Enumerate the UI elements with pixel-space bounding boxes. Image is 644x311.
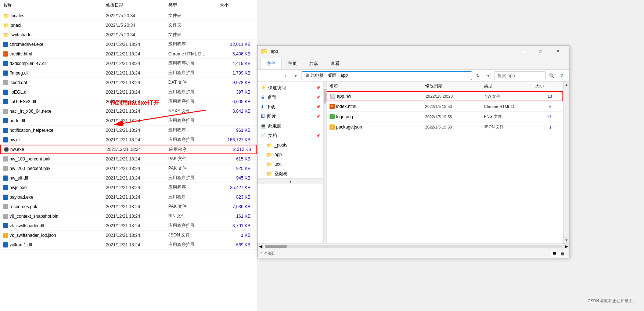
refresh-button[interactable]: ↻ xyxy=(474,71,482,80)
table-row[interactable]: H credits.html 2021/12/21 18:24 Chrome H… xyxy=(0,49,257,59)
file-name-text: icudtl.dat xyxy=(10,80,27,85)
file-name-cell: libGLESv2.dll xyxy=(0,99,103,104)
nav-item-桌面[interactable]: 🖥桌面📌 xyxy=(258,93,323,102)
close-button[interactable]: ✕ xyxy=(549,46,566,57)
nav-item-图片[interactable]: 🖼图片📌 xyxy=(258,112,323,121)
table-row[interactable]: d3dcompiler_47.dll 2021/12/21 18:24 应用程序… xyxy=(0,59,257,68)
nav-panel: ⚡快速访问📌🖥桌面📌⬇下载📌🖼图片📌💻此电脑📄文档📌📁_posts📁app📁te… xyxy=(258,82,324,243)
file-name-text: credits.html xyxy=(10,51,32,57)
nav-item-此电脑[interactable]: 💻此电脑 xyxy=(258,121,323,131)
expand-address-button[interactable]: ▾ xyxy=(484,71,493,80)
file-size-cell: 161 KB xyxy=(217,214,253,219)
up-button[interactable]: ↑ xyxy=(281,71,290,80)
address-path[interactable]: 🖥 此电脑 › 桌面 › app xyxy=(302,71,472,80)
file-type-cell: 应用程序 xyxy=(165,127,217,133)
h-scroll-track xyxy=(265,245,562,248)
file-size-cell: 615 KB xyxy=(217,156,253,162)
search-input[interactable] xyxy=(494,71,546,80)
col-name-header: 名称 xyxy=(0,1,103,9)
table-row[interactable]: app.nw 2022/1/5 20:28 NW 文件 13 xyxy=(327,91,563,101)
ribbon-tab[interactable]: 查看 xyxy=(324,58,346,69)
file-type-cell: 应用程序 xyxy=(165,184,217,191)
table-row[interactable]: node.dll 2021/12/21 18:24 应用程序扩展 xyxy=(0,116,257,126)
minimize-button[interactable]: — xyxy=(515,46,532,57)
table-row[interactable]: chromedriver.exe 2021/12/21 18:24 应用程序 1… xyxy=(0,40,257,49)
r-file-name-cell: app.nw xyxy=(327,94,423,99)
file-name-text: ffmpeg.dll xyxy=(10,70,29,76)
table-row[interactable]: {} vk_swiftshader_icd.json 2021/12/21 18… xyxy=(0,231,257,240)
right-scrollbar[interactable]: ▲ ▼ xyxy=(563,82,569,243)
nav-item-label: 下载 xyxy=(266,104,275,110)
file-date-cell: 2022/1/5 20:34 xyxy=(103,13,165,18)
table-row[interactable]: v8_context_snapshot.bin 2021/12/21 18:24… xyxy=(0,211,257,221)
scroll-right-arrow[interactable]: ▶ xyxy=(563,243,569,249)
search-button[interactable]: 🔍 xyxy=(547,71,556,80)
content-area: ⚡快速访问📌🖥桌面📌⬇下载📌🖼图片📌💻此电脑📄文档📌📁_posts📁app📁te… xyxy=(258,82,569,243)
table-row[interactable]: vk_swiftshader.dll 2021/12/21 18:24 应用程序… xyxy=(0,221,257,231)
nav-item-_posts[interactable]: 📁_posts xyxy=(258,140,323,150)
nav-item-文档[interactable]: 📄文档📌 xyxy=(258,131,323,140)
file-name-cell: resources.pak xyxy=(0,204,103,209)
table-row[interactable]: nw_100_percent.pak 2021/12/21 18:24 PAK … xyxy=(0,154,257,164)
nav-item-下载[interactable]: ⬇下载📌 xyxy=(258,102,323,112)
watermark: CSDN @昵称正在加载中。 xyxy=(588,298,637,304)
detail-view-button[interactable]: ▦ xyxy=(559,250,566,257)
file-name-text: d3dcompiler_47.dll xyxy=(10,61,47,66)
scroll-left-arrow[interactable]: ◀ xyxy=(258,243,263,249)
maximize-button[interactable]: □ xyxy=(532,46,549,57)
table-row[interactable]: nwjc.exe 2021/12/21 18:24 应用程序 25,427 KB xyxy=(0,183,257,192)
ribbon-tab[interactable]: 文件 xyxy=(260,58,282,69)
nav-item-快速访问[interactable]: ⚡快速访问📌 xyxy=(258,83,323,93)
table-row[interactable]: {} package.json 2022/1/5 19:59 JSON 文件 1 xyxy=(327,122,563,132)
table-row[interactable]: libEGL.dll 2021/12/21 18:24 应用程序扩展 397 K… xyxy=(0,87,257,97)
back-button[interactable]: ← xyxy=(260,71,269,80)
nav-item-圣诞树[interactable]: 📁圣诞树 xyxy=(258,169,323,178)
list-view-button[interactable]: ☰ xyxy=(551,250,558,257)
table-row[interactable]: 📁 pnacl 2022/1/5 20:34 文件夹 xyxy=(0,21,257,30)
main-file-area[interactable]: 名称 修改日期 类型 大小 app.nw 2022/1/5 20:28 NW 文… xyxy=(327,82,563,243)
table-row[interactable]: notification_helper.exe 2021/12/21 18:24… xyxy=(0,126,257,135)
table-row[interactable]: logo.png 2022/1/5 19:56 PNG 文件 11 xyxy=(327,112,563,122)
ribbon-tab[interactable]: 共享 xyxy=(303,58,324,69)
table-row[interactable]: ffmpeg.dll 2021/12/21 18:24 应用程序扩展 1,799… xyxy=(0,68,257,78)
recent-button[interactable]: ▾ xyxy=(291,71,300,80)
r-file-name-text: package.json xyxy=(336,124,362,130)
table-row[interactable]: icudtl.dat 2021/12/21 18:24 DAT 文件 9,978… xyxy=(0,78,257,87)
file-name-text: vk_swiftshader_icd.json xyxy=(10,233,56,238)
table-row[interactable]: payload.exe 2021/12/21 18:24 应用程序 823 KB xyxy=(0,192,257,202)
file-type-cell: DAT 文件 xyxy=(165,79,217,86)
forward-button[interactable]: → xyxy=(271,71,280,80)
table-row[interactable]: 📁 swiftshader 2022/1/5 20:34 文件夹 xyxy=(0,30,257,40)
nav-item-app[interactable]: 📁app xyxy=(258,150,323,159)
file-type-cell: 应用程序扩展 xyxy=(165,70,217,76)
table-row[interactable]: nw.exe 2021/12/21 18:24 应用程序 2,212 KB xyxy=(0,145,257,154)
file-name-cell: {} vk_swiftshader_icd.json xyxy=(0,233,103,238)
scroll-down-arrow[interactable]: ▼ xyxy=(564,237,569,243)
ribbon-tab[interactable]: 主页 xyxy=(282,58,303,69)
file-name-cell: nw.exe xyxy=(1,147,104,152)
window-controls[interactable]: — □ ✕ xyxy=(515,46,566,57)
file-date-cell: 2022/1/5 20:34 xyxy=(103,32,165,37)
file-size-cell: 1,799 KB xyxy=(217,70,253,76)
horizontal-scrollbar[interactable]: ◀ ▶ xyxy=(258,243,569,249)
table-row[interactable]: vulkan-1.dll 2021/12/21 18:24 应用程序扩展 669… xyxy=(0,240,257,250)
address-segment-3: app xyxy=(341,73,348,78)
file-date-cell: 2021/12/21 18:24 xyxy=(103,118,165,123)
file-name-cell: nw_elf.dll xyxy=(0,176,103,181)
help-button[interactable]: ? xyxy=(557,71,566,80)
scroll-up-arrow[interactable]: ▲ xyxy=(564,82,569,87)
file-name-cell: chromedriver.exe xyxy=(0,42,103,47)
table-row[interactable]: H index.html 2022/1/5 19:50 Chrome HTML … xyxy=(327,101,563,112)
table-row[interactable]: 📁 locales 2022/1/5 20:34 文件夹 xyxy=(0,11,257,21)
table-row[interactable]: nw_200_percent.pak 2021/12/21 18:24 PAK … xyxy=(0,164,257,173)
table-row[interactable]: libGLESv2.dll 2021/12/21 18:24 应用程序扩展 6,… xyxy=(0,97,257,106)
table-row[interactable]: nw.dll 2021/12/21 18:24 应用程序扩展 166,727 K… xyxy=(0,135,257,145)
table-row[interactable]: nacl_irt_x86_64.nexe 2021/12/21 18:24 NE… xyxy=(0,106,257,116)
table-row[interactable]: nw_elf.dll 2021/12/21 18:24 应用程序扩展 945 K… xyxy=(0,173,257,183)
explorer-window: 📁 app — □ ✕ 文件主页共享查看 ← → ↑ ▾ 🖥 此电脑 › 桌面 … xyxy=(257,45,569,258)
file-name-text: node.dll xyxy=(10,118,25,123)
table-row[interactable]: resources.pak 2021/12/21 18:24 PAK 文件 7,… xyxy=(0,202,257,211)
nav-item-text[interactable]: 📁text xyxy=(258,159,323,169)
view-icons[interactable]: ☰ ▦ xyxy=(551,250,566,257)
file-date-cell: 2021/12/21 18:24 xyxy=(103,61,165,66)
